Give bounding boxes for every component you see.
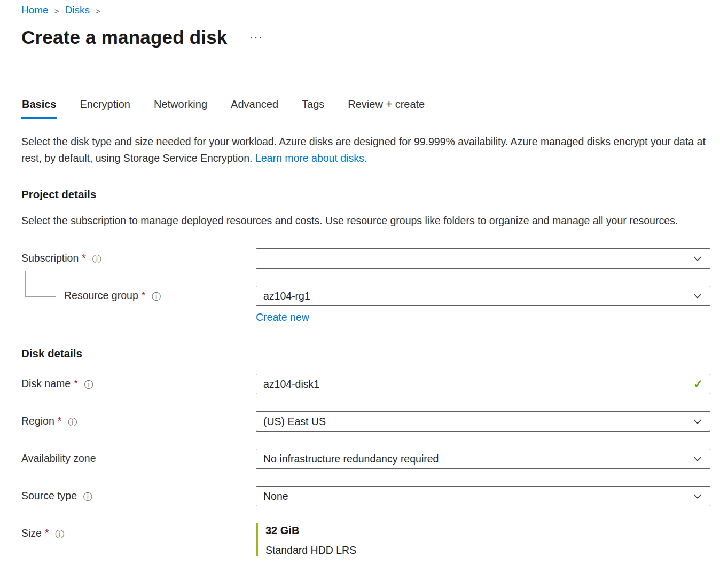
required-marker: * [45, 527, 49, 539]
subscription-label: Subscription [21, 252, 79, 264]
size-value: 32 GiB [265, 524, 710, 537]
tab-review-create[interactable]: Review + create [347, 98, 425, 119]
region-label-cell: Region * ⓘ [21, 411, 256, 432]
size-sku: Standard HDD LRS [265, 544, 710, 556]
size-row: Size * ⓘ 32 GiB Standard HDD LRS [21, 523, 710, 556]
disk-name-row: Disk name * ⓘ ✓ [21, 374, 710, 394]
chevron-down-icon [692, 253, 703, 264]
size-summary: 32 GiB Standard HDD LRS [256, 523, 710, 556]
project-details-form: Subscription * ⓘ Resource group * ⓘ [21, 248, 710, 324]
region-input-cell: (US) East US [256, 411, 710, 432]
required-marker: * [74, 378, 78, 390]
chevron-down-icon [692, 453, 703, 464]
resource-group-dropdown[interactable]: az104-rg1 [256, 286, 710, 306]
disk-details-heading: Disk details [21, 347, 710, 360]
create-managed-disk-page: Home > Disks > Create a managed disk ···… [0, 0, 720, 556]
info-icon[interactable]: ⓘ [92, 253, 101, 265]
availability-zone-row: Availability zone No infrastructure redu… [21, 449, 710, 469]
region-value: (US) East US [263, 415, 326, 428]
size-label: Size [21, 527, 42, 539]
intro-paragraph: Select the disk type and size needed for… [21, 134, 710, 167]
resource-group-value: az104-rg1 [263, 290, 310, 302]
page-title: Create a managed disk [21, 27, 227, 48]
title-row: Create a managed disk ··· [21, 27, 710, 48]
resource-group-label: Resource group [64, 289, 138, 302]
info-icon[interactable]: ⓘ [83, 491, 92, 503]
disk-name-input-cell: ✓ [256, 374, 710, 394]
breadcrumb-separator-icon: > [54, 5, 59, 15]
breadcrumb-disks-link[interactable]: Disks [65, 4, 89, 16]
required-marker: * [82, 252, 86, 264]
valid-check-icon: ✓ [693, 378, 703, 390]
size-input-cell: 32 GiB Standard HDD LRS [256, 523, 710, 556]
tab-basics[interactable]: Basics [21, 98, 57, 119]
disk-details-form: Disk name * ⓘ ✓ Region * ⓘ (US) East US [21, 374, 710, 556]
size-label-cell: Size * ⓘ [21, 523, 256, 556]
create-new-link[interactable]: Create new [256, 311, 309, 324]
availability-zone-value: No infrastructure redundancy required [263, 453, 439, 465]
source-type-dropdown[interactable]: None [256, 486, 710, 506]
disk-name-input[interactable] [263, 378, 688, 390]
required-marker: * [58, 415, 62, 427]
more-options-icon[interactable]: ··· [249, 32, 263, 43]
project-details-heading: Project details [21, 188, 710, 201]
resource-group-input-cell: az104-rg1 [256, 286, 710, 306]
info-icon[interactable]: ⓘ [68, 416, 77, 428]
info-icon[interactable]: ⓘ [84, 379, 93, 391]
create-new-row: Create new [256, 311, 710, 324]
source-type-label: Source type [21, 490, 77, 502]
chevron-down-icon [692, 291, 703, 301]
resource-group-label-cell: Resource group * ⓘ [21, 286, 256, 306]
project-details-description: Select the subscription to manage deploy… [21, 213, 710, 229]
subscription-input-cell [256, 248, 710, 269]
subscription-row: Subscription * ⓘ [21, 248, 710, 269]
subscription-label-cell: Subscription * ⓘ [21, 248, 256, 269]
resource-group-row: Resource group * ⓘ az104-rg1 [21, 286, 710, 306]
chevron-down-icon [692, 416, 703, 427]
breadcrumb: Home > Disks > [21, 4, 710, 16]
disk-name-field: ✓ [256, 374, 710, 394]
info-icon[interactable]: ⓘ [152, 291, 161, 303]
availability-zone-label: Availability zone [21, 452, 96, 465]
tab-encryption[interactable]: Encryption [80, 98, 131, 119]
availability-zone-dropdown[interactable]: No infrastructure redundancy required [256, 449, 710, 469]
breadcrumb-separator-icon: > [96, 5, 100, 15]
subscription-dropdown[interactable] [256, 248, 710, 269]
chevron-down-icon [692, 491, 703, 501]
resource-group-connector-line [25, 271, 56, 297]
breadcrumb-home-link[interactable]: Home [21, 4, 49, 16]
required-marker: * [142, 289, 146, 302]
source-type-row: Source type ⓘ None [21, 486, 710, 506]
learn-more-link[interactable]: Learn more about disks. [255, 152, 367, 164]
wizard-tabs: Basics Encryption Networking Advanced Ta… [21, 98, 710, 119]
disk-name-label: Disk name [21, 378, 71, 390]
source-type-label-cell: Source type ⓘ [21, 486, 256, 506]
tab-networking[interactable]: Networking [153, 98, 208, 119]
availability-zone-label-cell: Availability zone [21, 449, 256, 469]
availability-zone-input-cell: No infrastructure redundancy required [256, 449, 710, 469]
region-dropdown[interactable]: (US) East US [256, 411, 710, 432]
info-icon[interactable]: ⓘ [56, 528, 65, 540]
disk-name-label-cell: Disk name * ⓘ [21, 374, 256, 394]
source-type-value: None [263, 490, 288, 503]
region-label: Region [21, 415, 54, 427]
region-row: Region * ⓘ (US) East US [21, 411, 710, 432]
source-type-input-cell: None [256, 486, 710, 506]
tab-tags[interactable]: Tags [301, 98, 325, 119]
tab-advanced[interactable]: Advanced [230, 98, 279, 119]
